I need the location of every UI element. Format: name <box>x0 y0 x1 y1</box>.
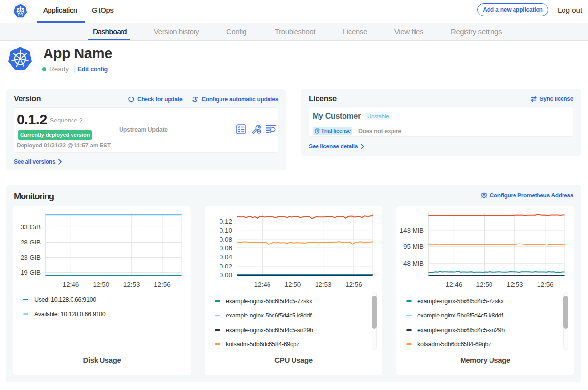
svg-text:0.12: 0.12 <box>220 218 232 225</box>
svg-text:12:53: 12:53 <box>315 281 332 288</box>
svg-text:12:50: 12:50 <box>476 281 493 288</box>
svg-text:12:56: 12:56 <box>154 281 171 288</box>
svg-text:23 GiB: 23 GiB <box>21 254 41 261</box>
svg-text:33 GiB: 33 GiB <box>21 223 41 231</box>
svg-text:143 MiB: 143 MiB <box>399 227 424 234</box>
svg-text:0.10: 0.10 <box>220 227 232 234</box>
svg-text:12:56: 12:56 <box>345 281 362 288</box>
svg-text:12:53: 12:53 <box>507 281 523 288</box>
svg-text:48 MiB: 48 MiB <box>403 260 424 267</box>
svg-text:12:50: 12:50 <box>285 281 301 288</box>
svg-text:95 MiB: 95 MiB <box>403 243 424 250</box>
svg-text:12:56: 12:56 <box>537 281 554 288</box>
svg-text:0.08: 0.08 <box>220 236 232 243</box>
svg-text:28 GiB: 28 GiB <box>21 239 41 246</box>
svg-text:0.00: 0.00 <box>220 271 232 279</box>
svg-text:0.04: 0.04 <box>220 253 233 261</box>
svg-text:12:46: 12:46 <box>445 281 462 288</box>
svg-text:0.02: 0.02 <box>220 263 232 270</box>
svg-text:19 GiB: 19 GiB <box>21 269 41 276</box>
svg-text:12:50: 12:50 <box>93 281 110 288</box>
svg-text:12:46: 12:46 <box>62 281 79 288</box>
svg-text:0.06: 0.06 <box>220 244 232 252</box>
svg-text:12:53: 12:53 <box>123 281 140 288</box>
svg-text:12:46: 12:46 <box>254 281 270 288</box>
